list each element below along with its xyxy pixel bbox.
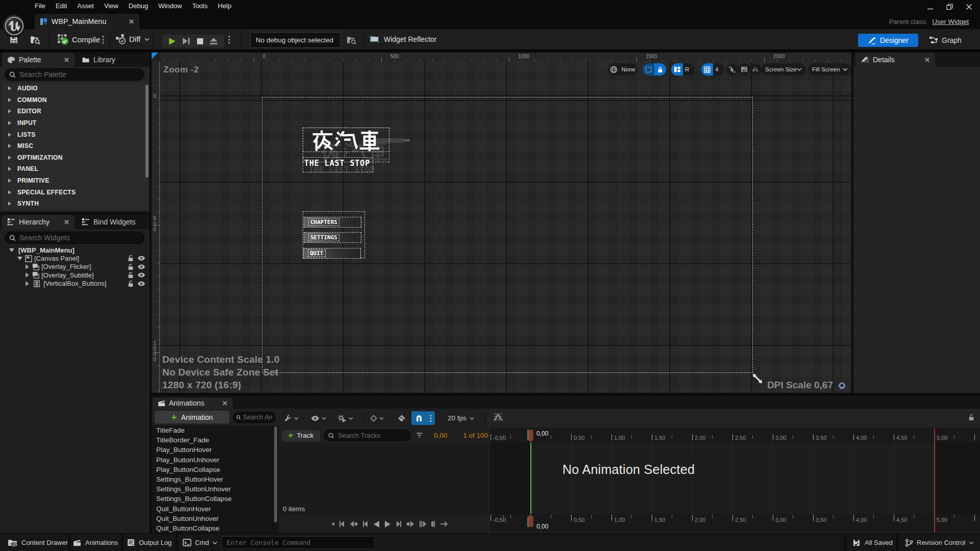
add-animation-button[interactable]: Animation [155, 411, 229, 423]
fps-dropdown[interactable]: 20 fps [448, 414, 474, 422]
browse-content-button[interactable] [30, 35, 40, 44]
expand-arrow-icon[interactable] [8, 133, 11, 137]
loop-mode-button[interactable] [440, 521, 448, 527]
play-options-kebab-icon[interactable] [228, 36, 230, 44]
palette-category-panel[interactable]: PANEL [2, 163, 148, 175]
expand-arrow-icon[interactable] [8, 167, 11, 171]
expand-arrow-icon[interactable] [8, 202, 11, 206]
expand-arrow-icon[interactable] [8, 109, 11, 113]
expand-arrow-icon[interactable] [8, 86, 11, 90]
palette-close-icon[interactable]: ✕ [62, 56, 69, 64]
tree-row-overlay-subtitle[interactable]: [Overlay_Subtitle] [0, 271, 150, 279]
timeline-ruler-bottom[interactable]: -0,50 0,50 1,00 1,50 2,00 2,50 3,00 3,50… [489, 514, 980, 532]
tab-animations[interactable]: Animations ✕ [153, 397, 233, 409]
snap-toggle-button[interactable] [411, 411, 435, 425]
unlock-icon[interactable] [128, 255, 134, 262]
hierarchy-close-icon[interactable]: ✕ [62, 218, 69, 226]
respect-locks-label[interactable]: R [683, 66, 691, 72]
visibility-eye-icon[interactable] [137, 255, 145, 261]
timeline-unlock-icon[interactable] [968, 414, 974, 421]
tree-row-root[interactable]: [WBP_MainMenu] [0, 246, 150, 254]
range-end-marker[interactable] [934, 514, 935, 532]
close-button[interactable] [965, 3, 973, 11]
quit-button-widget[interactable]: QUIT [303, 248, 361, 259]
palette-search-input[interactable]: Search Palette [5, 68, 144, 81]
menu-file[interactable]: File [30, 0, 51, 12]
flip-preview-button[interactable] [749, 63, 762, 76]
animation-item[interactable]: TitleBorder_Fade [152, 435, 279, 445]
select-tool-button[interactable] [726, 63, 738, 76]
animation-item[interactable]: Play_ButtonHover [152, 445, 279, 455]
lock-icon[interactable] [654, 63, 666, 76]
kebab-icon[interactable] [430, 415, 432, 422]
grid-snap-size[interactable]: 4 [713, 66, 720, 72]
tab-palette[interactable]: Palette ✕ [2, 53, 75, 67]
tree-row-overlay-flicker[interactable]: [Overlay_Flicker] [0, 263, 150, 271]
settings-button-widget[interactable]: SETTINGS [304, 232, 361, 243]
animation-item[interactable]: TitleFade [152, 425, 279, 435]
frame-forward-button[interactable] [396, 520, 402, 528]
step-forward-button[interactable] [419, 520, 426, 528]
restore-button[interactable] [945, 3, 953, 11]
track-search-input[interactable]: Search Tracks [324, 430, 411, 441]
dpi-settings-gear-icon[interactable] [838, 381, 846, 390]
palette-scrollbar[interactable] [145, 85, 149, 178]
tab-close-icon[interactable]: ✕ [127, 18, 134, 26]
save-status-button[interactable]: All Saved [852, 534, 893, 551]
menu-help[interactable]: Help [213, 0, 237, 12]
grid-icon[interactable] [701, 63, 713, 76]
playhead-line[interactable] [530, 443, 531, 514]
play-button[interactable] [168, 37, 176, 45]
subtitle-text[interactable]: THE LAST STOP [304, 159, 370, 168]
palette-category-editor[interactable]: EDITOR [2, 106, 148, 117]
palette-category-special-effects[interactable]: SPECIAL EFFECTS [2, 186, 148, 198]
details-close-icon[interactable]: ✕ [922, 56, 930, 64]
animation-item[interactable]: Play_ButtonCollapse [152, 465, 279, 474]
animation-item[interactable]: Settings_ButtonHover [152, 474, 279, 484]
preview-background-dropdown[interactable]: None [608, 63, 638, 76]
animation-list-scrollbar[interactable] [274, 427, 277, 522]
layout-respect-locks-toggle[interactable]: R [671, 63, 695, 76]
animation-item[interactable]: Settings_ButtonUnhover [152, 484, 279, 494]
menu-debug[interactable]: Debug [124, 0, 153, 12]
frame-skip-button[interactable] [182, 37, 190, 45]
widget-reflector-button[interactable]: Widget Reflector [369, 35, 436, 43]
animation-item[interactable]: Settings_ButtonCollapse [152, 494, 279, 504]
animations-close-icon[interactable]: ✕ [220, 399, 228, 407]
goto-end-button[interactable] [431, 520, 435, 528]
compile-button[interactable]: Compile [57, 34, 100, 45]
preview-image-button[interactable] [738, 63, 750, 76]
selection-lock-toggle[interactable] [643, 63, 666, 76]
curve-editor-button[interactable] [493, 413, 503, 422]
hierarchy-search-input[interactable]: Search Widgets [5, 232, 144, 244]
timeline-ruler-top[interactable]: -0,50 0,50 1,00 1,50 2,00 2,50 3,00 3,50… [489, 428, 980, 443]
timeline-body[interactable]: No Animation Selected [489, 443, 980, 514]
playback-options-dropdown[interactable] [337, 414, 353, 422]
marquee-select-icon[interactable] [643, 63, 654, 76]
expand-arrow-icon[interactable] [8, 156, 11, 160]
chapters-button-widget[interactable]: CHAPTERS [304, 217, 361, 228]
unlock-icon[interactable] [128, 271, 134, 279]
palette-category-primitive[interactable]: PRIMITIVE [2, 175, 148, 187]
playhead-marker[interactable] [527, 514, 534, 528]
palette-category-audio[interactable]: AUDIO [2, 83, 148, 94]
canvas-resize-handle[interactable] [752, 373, 763, 384]
goto-front-button[interactable] [330, 520, 334, 528]
document-tab[interactable]: WBP_MainMenu ✕ [35, 14, 139, 29]
grid-snap-toggle[interactable]: 4 [701, 63, 724, 76]
tree-row-verticalbox-buttons[interactable]: [VerticalBox_Buttons] [0, 280, 150, 288]
palette-category-lists[interactable]: LISTS [2, 129, 148, 140]
menu-view[interactable]: View [99, 0, 124, 12]
fill-screen-dropdown[interactable]: Fill Screen [808, 63, 851, 76]
expand-arrow-icon[interactable] [8, 121, 11, 125]
content-drawer-button[interactable]: Content Drawer [8, 534, 68, 551]
animation-item[interactable]: Play_ButtonUnhover [152, 455, 279, 465]
view-options-dropdown[interactable] [311, 415, 326, 421]
animation-search-input[interactable]: Search Anima [233, 412, 276, 423]
stop-button[interactable] [197, 38, 204, 45]
layout-columns-icon[interactable] [671, 63, 683, 76]
expand-arrow-icon[interactable] [8, 144, 11, 148]
tab-library[interactable]: Library [77, 53, 133, 67]
debug-object-dropdown[interactable]: No debug object selected [250, 32, 341, 48]
palette-category-synth[interactable]: SYNTH [2, 198, 148, 210]
